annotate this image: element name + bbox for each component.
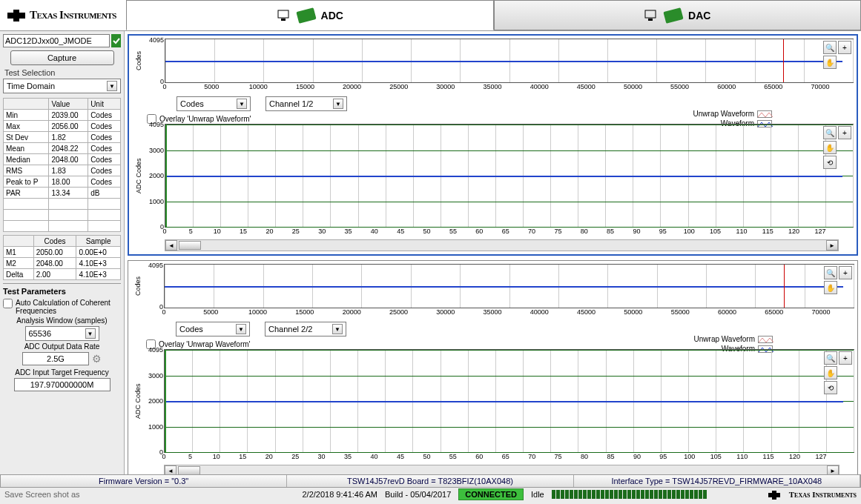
marker-codes: 2.00 bbox=[33, 269, 76, 280]
input-freq-label: ADC Input Target Frequency bbox=[3, 368, 121, 377]
hand-icon[interactable]: ✋ bbox=[824, 281, 837, 294]
zoom-icon[interactable]: 🔍 bbox=[824, 351, 837, 365]
stat-name: Min bbox=[4, 110, 49, 121]
idle-label: Idle bbox=[531, 490, 544, 499]
chip-icon bbox=[663, 7, 683, 24]
device-select-input[interactable] bbox=[3, 34, 110, 47]
scroll-left-icon[interactable]: ◄ bbox=[165, 465, 177, 474]
stat-unit: Codes bbox=[88, 121, 121, 132]
channel-1-block: Codes 4095 0 🔍+ ✋ 0500010000150002000025… bbox=[128, 34, 858, 256]
scroll-thumb[interactable] bbox=[178, 466, 200, 474]
stat-value: 2048.22 bbox=[49, 143, 88, 154]
output-rate-input[interactable] bbox=[22, 352, 89, 365]
zoom-icon[interactable]: 🔍 bbox=[824, 266, 837, 279]
plus-icon[interactable]: + bbox=[839, 351, 852, 365]
mini-plot-area[interactable]: 4095 0 bbox=[165, 39, 854, 83]
chevron-down-icon: ▼ bbox=[332, 324, 343, 334]
cursor-line bbox=[783, 39, 784, 82]
chip-icon bbox=[296, 7, 316, 24]
stat-name: Max bbox=[4, 121, 49, 132]
svg-rect-2 bbox=[645, 10, 656, 18]
stat-unit: dB bbox=[88, 188, 121, 199]
marker-sample: 4.10E+3 bbox=[76, 258, 121, 269]
waveform-trace bbox=[165, 286, 843, 288]
unwrap-trace bbox=[165, 350, 854, 351]
status-board: TSW14J57revD Board = T823BFIZ(10AX048) bbox=[287, 475, 573, 487]
idle-progress bbox=[552, 490, 759, 499]
marker-codes: 2048.00 bbox=[33, 258, 76, 269]
input-freq-input[interactable] bbox=[14, 378, 110, 391]
zoom-icon[interactable]: 🔍 bbox=[823, 41, 837, 54]
ti-brand-text: Texas Instruments bbox=[30, 9, 116, 21]
auto-calc-checkbox[interactable] bbox=[3, 299, 13, 308]
chevron-down-icon: ▼ bbox=[236, 324, 246, 334]
analysis-window-dropdown[interactable]: 65536 ▼ bbox=[25, 326, 99, 341]
status-firmware: Firmware Version = "0.3" bbox=[1, 475, 287, 487]
plus-icon[interactable]: + bbox=[839, 266, 852, 279]
stat-unit: Codes bbox=[88, 165, 121, 176]
tab-adc[interactable]: ADC bbox=[126, 0, 494, 30]
stat-unit: Codes bbox=[88, 176, 121, 188]
ti-brand-bottom: Texas Instruments bbox=[789, 490, 857, 499]
zoom-icon[interactable]: 🔍 bbox=[823, 126, 837, 139]
stat-unit: Codes bbox=[88, 154, 121, 165]
stat-value: 1.82 bbox=[49, 132, 88, 143]
chevron-down-icon: ▼ bbox=[333, 99, 343, 109]
legend-unwrap: Unwrap Waveform bbox=[693, 110, 772, 118]
timestamp: 2/2/2018 9:41:46 AM bbox=[303, 490, 378, 499]
device-status-icon[interactable] bbox=[111, 34, 121, 47]
plot-ylabel: Codes bbox=[132, 39, 142, 83]
plus-icon[interactable]: + bbox=[838, 126, 851, 139]
waveform-trace bbox=[165, 61, 842, 62]
channel-2-block: Codes 4095 0 🔍+ ✋ 0500010000150002000025… bbox=[128, 260, 858, 474]
channel-dropdown[interactable]: Channel 2/2▼ bbox=[265, 322, 346, 336]
ti-logo-icon bbox=[767, 488, 782, 500]
svg-rect-0 bbox=[278, 10, 288, 18]
tab-dac-label: DAC bbox=[688, 10, 710, 21]
build-label: Build - 05/04/2017 bbox=[385, 490, 451, 499]
gear-icon[interactable]: ⚙ bbox=[92, 353, 102, 365]
hand-icon[interactable]: ✋ bbox=[823, 56, 837, 69]
marker-sample: 4.10E+3 bbox=[76, 269, 121, 280]
stat-name: PAR bbox=[4, 188, 49, 199]
scroll-left-icon[interactable]: ◄ bbox=[165, 240, 177, 251]
scroll-right-icon[interactable]: ► bbox=[826, 240, 838, 251]
tab-adc-label: ADC bbox=[321, 10, 343, 21]
hand-icon[interactable]: ✋ bbox=[824, 366, 837, 379]
stat-name: St Dev bbox=[4, 132, 49, 143]
channel-dropdown[interactable]: Channel 1/2▼ bbox=[265, 96, 347, 111]
horizontal-scrollbar[interactable]: ◄ ► bbox=[165, 239, 839, 251]
horizontal-scrollbar[interactable]: ◄ ► bbox=[164, 465, 839, 474]
codes-dropdown[interactable]: Codes▼ bbox=[176, 322, 250, 336]
tab-dac[interactable]: DAC bbox=[494, 0, 862, 30]
plus-icon[interactable]: + bbox=[838, 41, 851, 54]
hand-icon[interactable]: ✋ bbox=[823, 141, 837, 154]
marker-sample: 0.00E+0 bbox=[76, 247, 121, 258]
stat-value: 1.83 bbox=[49, 165, 88, 176]
stat-value: 2056.00 bbox=[49, 121, 88, 132]
mini-plot-area[interactable]: 4095 0 bbox=[164, 264, 854, 308]
stat-value: 13.34 bbox=[49, 188, 88, 199]
capture-button[interactable]: Capture bbox=[10, 50, 114, 65]
test-selection-dropdown[interactable]: Time Domain ▼ bbox=[3, 79, 121, 93]
save-screenshot-label[interactable]: Save Screen shot as bbox=[4, 490, 80, 499]
waveform-trace bbox=[165, 176, 842, 177]
cursor-line bbox=[784, 265, 785, 308]
reset-icon[interactable]: ⟲ bbox=[823, 156, 837, 169]
large-plot-area[interactable]: 40953000200010000 bbox=[164, 349, 854, 453]
codes-dropdown[interactable]: Codes▼ bbox=[177, 96, 251, 111]
overlay-label: Overlay 'Unwrap Waveform' bbox=[159, 115, 251, 123]
stat-name: RMS bbox=[4, 165, 49, 176]
marker-name: Delta bbox=[4, 269, 34, 280]
stat-unit: Codes bbox=[88, 143, 121, 154]
computer-icon bbox=[277, 9, 291, 22]
markers-table: CodesSample M12050.000.00E+0M22048.004.1… bbox=[3, 235, 121, 280]
reset-icon[interactable]: ⟲ bbox=[824, 381, 837, 394]
scroll-thumb[interactable] bbox=[179, 241, 201, 250]
legend-unwrap: Unwrap Waveform bbox=[694, 335, 773, 343]
plot-ylabel: ADC Codes bbox=[131, 349, 142, 453]
chevron-down-icon: ▼ bbox=[85, 328, 96, 339]
large-plot-area[interactable]: 40953000200010000 bbox=[165, 124, 854, 228]
scroll-right-icon[interactable]: ► bbox=[827, 465, 839, 474]
stat-value: 18.00 bbox=[49, 176, 88, 188]
